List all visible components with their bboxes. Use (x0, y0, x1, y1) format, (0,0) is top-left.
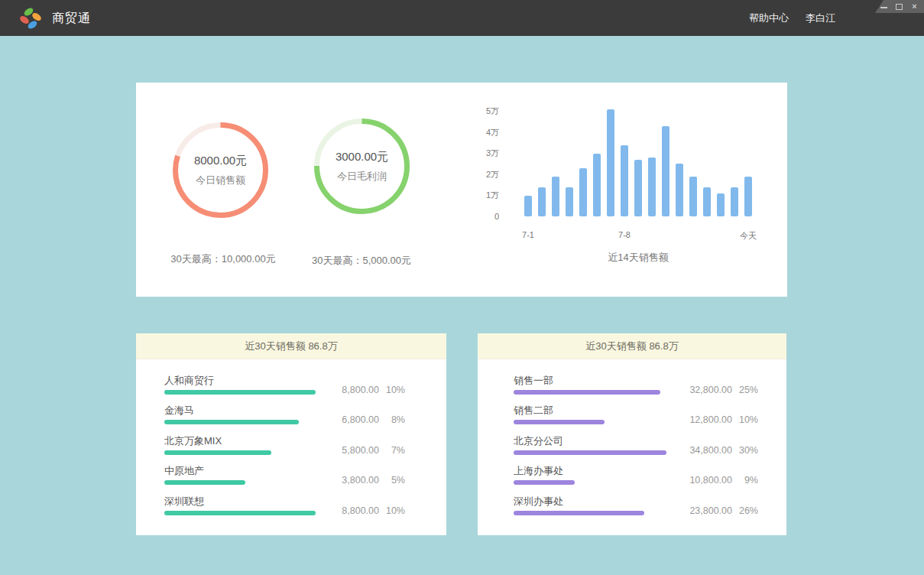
overview-panel: 8000.00元 今日销售额 30天最高：10,000.00元 3000.00元… (136, 83, 787, 297)
rank-percent: 7% (379, 445, 405, 456)
rank-percent: 10% (732, 414, 758, 425)
rank-amount: 5,800.00 (321, 445, 379, 456)
rank-value: 23,800.0026% (674, 505, 758, 516)
rank-amount: 32,800.00 (674, 385, 732, 395)
daily-sales-bar-chart: 5万4万3万2万1万0 7-17-8今天 近14天销售额 (465, 83, 787, 297)
y-axis-tick: 0 (465, 211, 499, 222)
daily-sales-bar (689, 177, 697, 216)
app-title: 商贸通 (52, 0, 91, 36)
rank-value: 6,800.008% (321, 414, 405, 425)
rank-row: 北京分公司34,800.0030% (478, 436, 786, 466)
rank-row: 销售一部32,800.0025% (478, 375, 786, 405)
daily-sales-bar (731, 187, 738, 217)
bar-chart-bars (524, 101, 752, 216)
rank-bar (514, 420, 605, 424)
daily-sales-bar (648, 158, 656, 216)
rank-value: 32,800.0025% (674, 385, 758, 395)
rank-row: 金海马6,800.008% (136, 405, 446, 435)
close-button[interactable]: × (910, 2, 919, 11)
user-menu[interactable]: 李白江 (806, 11, 835, 25)
rank-value: 34,800.0030% (674, 445, 758, 456)
customer-rank-list: 人和商贸行8,800.0010%金海马6,800.008%北京万象MIX5,80… (136, 359, 446, 526)
rank-bar (514, 511, 644, 515)
rank-value: 3,800.005% (321, 475, 405, 486)
y-axis-tick: 1万 (465, 190, 499, 200)
rank-bar (164, 450, 271, 455)
rank-row: 销售二部12,800.0010% (478, 405, 786, 435)
rank-amount: 34,800.00 (674, 445, 732, 456)
rank-bar (164, 420, 299, 424)
maximize-button[interactable] (895, 2, 903, 11)
rank-row: 深圳联想8,800.0010% (136, 496, 446, 526)
daily-sales-bar (607, 109, 614, 216)
department-rank-panel: 近30天销售额 86.8万 销售一部32,800.0025%销售二部12,800… (478, 333, 786, 535)
rank-amount: 23,800.00 (674, 505, 732, 516)
y-axis-tick: 2万 (465, 169, 499, 180)
daily-sales-bar (703, 187, 711, 217)
today-profit-donut: 3000.00元 今日毛利润 (314, 119, 410, 214)
daily-sales-bar (566, 187, 573, 217)
rank-percent: 26% (732, 505, 758, 516)
rank-bar (514, 480, 575, 485)
daily-sales-bar (552, 177, 559, 216)
rank-percent: 30% (732, 445, 758, 456)
bar-chart-title: 近14天销售额 (562, 251, 715, 265)
rank-percent: 5% (379, 475, 405, 486)
rank-percent: 25% (732, 385, 758, 395)
rank-percent: 8% (379, 414, 405, 425)
customer-rank-panel: 近30天销售额 86.8万 人和商贸行8,800.0010%金海马6,800.0… (136, 333, 446, 535)
rank-amount: 8,800.00 (321, 385, 379, 395)
x-axis-label: 今天 (725, 230, 771, 242)
rank-bar (164, 511, 316, 515)
department-rank-list: 销售一部32,800.0025%销售二部12,800.0010%北京分公司34,… (478, 359, 786, 526)
rank-bar (514, 390, 660, 395)
rank-bar (164, 390, 316, 395)
y-axis-tick: 4万 (465, 127, 499, 138)
rank-value: 8,800.0010% (321, 385, 405, 395)
daily-sales-bar (744, 177, 752, 216)
app-logo-icon (18, 5, 44, 31)
rank-amount: 3,800.00 (321, 475, 379, 486)
rank-amount: 6,800.00 (321, 414, 379, 425)
rank-bar (514, 450, 666, 455)
today-sales-donut: 8000.00元 今日销售额 (173, 122, 268, 218)
daily-sales-bar (538, 187, 546, 217)
daily-sales-bar (593, 154, 601, 217)
minimize-button[interactable] (880, 2, 888, 11)
today-sales-donut-center: 8000.00元 今日销售额 (173, 122, 268, 218)
rank-value: 5,800.007% (321, 445, 405, 456)
y-axis-tick: 5万 (465, 106, 499, 116)
rank-value: 10,800.009% (674, 475, 758, 486)
rank-percent: 10% (379, 505, 405, 516)
x-axis-label: 7-1 (505, 230, 551, 239)
today-sales-label: 今日销售额 (196, 174, 245, 187)
rank-row: 人和商贸行8,800.0010% (136, 375, 446, 405)
department-rank-title: 近30天销售额 86.8万 (478, 333, 786, 359)
today-profit-label: 今日毛利润 (337, 170, 387, 184)
window-controls: × (875, 0, 924, 13)
rank-row: 上海办事处10,800.009% (478, 466, 786, 495)
customer-rank-title: 近30天销售额 86.8万 (136, 333, 446, 359)
rank-percent: 10% (379, 385, 405, 395)
rank-value: 12,800.0010% (674, 414, 758, 425)
rank-row: 北京万象MIX5,800.007% (136, 436, 446, 466)
rank-bar (164, 480, 245, 485)
topbar-menu: 帮助中心 李白江 (749, 0, 835, 36)
rank-row: 深圳办事处23,800.0026% (478, 496, 786, 526)
y-axis-tick: 3万 (465, 148, 499, 158)
today-profit-donut-center: 3000.00元 今日毛利润 (314, 119, 410, 214)
daily-sales-bar (579, 168, 587, 216)
daily-sales-bar (662, 126, 669, 216)
rank-amount: 8,800.00 (321, 505, 379, 516)
daily-sales-bar (621, 145, 628, 217)
daily-sales-bar (634, 160, 642, 216)
rank-row: 中原地产3,800.005% (136, 466, 446, 495)
rank-percent: 9% (732, 475, 758, 486)
daily-sales-bar (676, 164, 683, 216)
daily-sales-bar (717, 193, 725, 216)
help-center-link[interactable]: 帮助中心 (749, 11, 789, 25)
topbar: 商贸通 帮助中心 李白江 × (0, 0, 924, 36)
x-axis-label: 7-8 (601, 230, 647, 239)
today-profit-30day-max: 30天最高：5,000.00元 (277, 254, 446, 268)
rank-amount: 10,800.00 (674, 475, 732, 486)
